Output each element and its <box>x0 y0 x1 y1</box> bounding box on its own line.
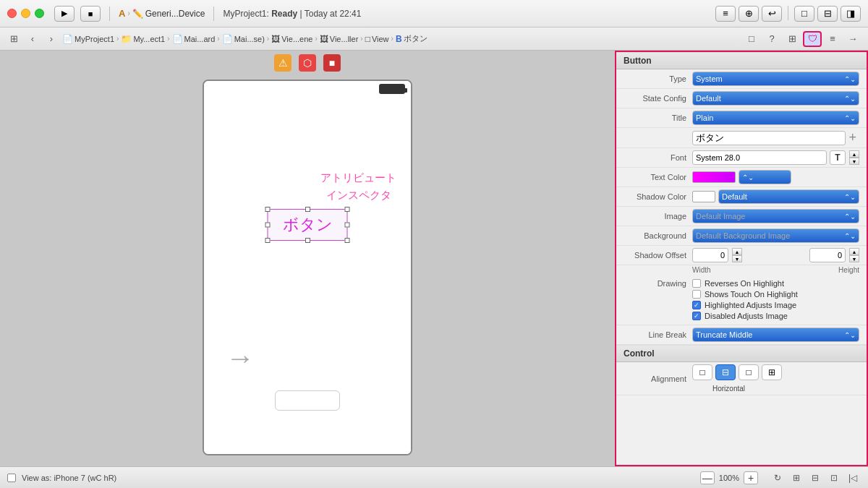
shadow-h-inc[interactable]: ▲ <box>849 248 859 255</box>
zoom-minus-btn[interactable]: — <box>700 471 715 484</box>
nav-forward-btn[interactable]: › <box>43 32 59 46</box>
title-select-arrow: ⌃⌄ <box>844 114 856 122</box>
background-select[interactable]: Default Background Image ⌃⌄ <box>692 228 859 243</box>
add-btn[interactable]: + <box>848 130 856 145</box>
canvas-small-button[interactable] <box>275 390 340 411</box>
text-color-select[interactable]: ⌃⌄ <box>739 170 791 184</box>
shadow-width-input[interactable]: 0 <box>692 248 728 262</box>
line-break-control: Truncate Middle ⌃⌄ <box>692 328 859 342</box>
project-device[interactable]: Generi...Device <box>145 9 205 19</box>
shadow-color-swatch[interactable] <box>692 191 715 202</box>
bc-maise[interactable]: 📄 Mai...se) <box>222 34 265 44</box>
align-fill-btn[interactable]: ⊞ <box>762 364 782 380</box>
bc-viewller[interactable]: 🖼 Vie...ller <box>320 34 359 44</box>
title-label: Title <box>624 114 692 122</box>
bc-maiboard[interactable]: 📄 Mai...ard <box>172 34 216 44</box>
status-checkbox[interactable] <box>7 474 16 482</box>
handle-tm[interactable] <box>305 207 310 212</box>
drawing-label: Drawing <box>624 278 692 288</box>
handle-mr[interactable] <box>345 223 350 228</box>
close-button[interactable] <box>7 9 17 18</box>
reverses-checkbox[interactable] <box>692 279 701 288</box>
status-bar: View as: iPhone 7 (wC hR) — 100% + ↻ ⊞ ⊟… <box>0 466 868 488</box>
zoom-value: 100% <box>719 474 739 482</box>
bc-viewene[interactable]: 🖼 Vie...ene <box>271 34 312 44</box>
title-style-select[interactable]: Plain ⌃⌄ <box>692 111 859 125</box>
state-config-select[interactable]: Default ⌃⌄ <box>692 91 859 106</box>
play-button[interactable]: ▶ <box>54 6 75 22</box>
bc-folder[interactable]: 📁 My...ect1 <box>121 34 165 44</box>
shows-touch-checkbox[interactable] <box>692 290 701 299</box>
view-icon: □ <box>365 34 370 44</box>
shadow-h-stepper[interactable]: ▲ ▼ <box>849 248 859 262</box>
text-color-swatch[interactable] <box>692 171 736 183</box>
shadow-height-input[interactable]: 0 <box>809 248 846 262</box>
timestamp: Today at 22:41 <box>305 9 362 19</box>
bc-view[interactable]: □ View <box>365 34 389 44</box>
scheme-breadcrumb: A › ✏️ Generi...Device <box>119 8 205 19</box>
square-icon-btn[interactable]: ■ <box>323 54 341 72</box>
standard-view-btn[interactable]: □ <box>794 6 814 22</box>
grid-status-btn[interactable]: ⊞ <box>788 471 804 484</box>
layout-btn[interactable]: |◁ <box>845 471 861 484</box>
main-content: ⚠ ⬡ ■ アトリビュート インスペクタ <box>0 51 868 466</box>
font-T-button[interactable]: T <box>830 150 846 165</box>
handle-bm[interactable] <box>305 238 310 243</box>
shadow-w-stepper[interactable]: ▲ ▼ <box>732 248 742 262</box>
bc-button[interactable]: B ボタン <box>396 33 427 44</box>
font-decrement[interactable]: ▼ <box>849 158 859 165</box>
size-btn[interactable]: ⊡ <box>826 471 842 484</box>
fit-btn[interactable]: ⊟ <box>807 471 823 484</box>
align-center-btn[interactable]: ⊟ <box>715 364 736 380</box>
handle-bl[interactable] <box>265 238 271 243</box>
editor-standard-btn[interactable]: ≡ <box>715 6 736 22</box>
disabled-checkbox[interactable]: ✓ <box>692 312 701 320</box>
button-title-input[interactable]: ボタン <box>692 131 846 145</box>
version-view-btn[interactable]: ◨ <box>841 6 861 22</box>
titlebar: ▶ ■ A › ✏️ Generi...Device MyProject1: R… <box>0 0 868 27</box>
nav-grid-btn[interactable]: ⊞ <box>6 32 22 46</box>
editor-version-btn[interactable]: ↩ <box>762 6 782 22</box>
stop-button[interactable]: ■ <box>80 6 101 22</box>
shows-touch-item: Shows Touch On Highlight <box>692 290 798 299</box>
image-select[interactable]: Default Image ⌃⌄ <box>692 209 859 223</box>
state-config-label: State Config <box>624 94 692 103</box>
maximize-button[interactable] <box>35 9 44 18</box>
bc-myproject[interactable]: 📄 MyProject1 <box>62 34 114 44</box>
shadow-color-select[interactable]: Default ⌃⌄ <box>718 189 859 204</box>
connections-inspector-btn[interactable]: → <box>843 31 862 47</box>
shadow-h-dec[interactable]: ▼ <box>849 255 859 262</box>
font-value[interactable]: System 28.0 <box>692 150 827 165</box>
handle-br[interactable] <box>345 238 350 243</box>
canvas-button-wrapper[interactable]: ボタン <box>268 209 348 241</box>
line-break-select[interactable]: Truncate Middle ⌃⌄ <box>692 328 859 342</box>
size-inspector-btn[interactable]: ≡ <box>823 31 842 47</box>
file-inspector-btn[interactable]: □ <box>742 31 761 47</box>
assistant-view-btn[interactable]: ⊟ <box>817 6 838 22</box>
align-left-btn[interactable]: □ <box>692 364 712 380</box>
highlighted-checkbox[interactable]: ✓ <box>692 301 701 309</box>
zoom-plus-btn[interactable]: + <box>744 471 758 484</box>
help-inspector-btn[interactable]: ? <box>762 31 781 47</box>
canvas-area[interactable]: ⚠ ⬡ ■ アトリビュート インスペクタ <box>0 51 615 466</box>
font-increment[interactable]: ▲ <box>849 150 859 158</box>
canvas-button[interactable]: ボタン <box>268 209 348 241</box>
type-select[interactable]: System ⌃⌄ <box>692 72 859 86</box>
handle-tr[interactable] <box>345 207 350 212</box>
font-stepper[interactable]: ▲ ▼ <box>849 150 859 165</box>
refresh-icon-btn[interactable]: ↻ <box>770 471 786 484</box>
editor-assistant-btn[interactable]: ⊕ <box>739 6 759 22</box>
type-row: Type System ⌃⌄ <box>616 69 867 89</box>
identity-inspector-btn[interactable]: ⊞ <box>783 31 801 47</box>
inspector-panel: Button Type System ⌃⌄ State Config Defau… <box>615 51 868 466</box>
attributes-inspector-btn[interactable]: 🛡 <box>803 31 822 47</box>
handle-ml[interactable] <box>265 223 271 228</box>
handle-tl[interactable] <box>265 207 271 212</box>
shadow-w-inc[interactable]: ▲ <box>732 248 742 255</box>
warning-icon-btn[interactable]: ⚠ <box>274 54 292 72</box>
nav-back-btn[interactable]: ‹ <box>25 32 41 46</box>
align-right-btn[interactable]: □ <box>739 364 759 380</box>
cube-icon-btn[interactable]: ⬡ <box>299 54 316 72</box>
minimize-button[interactable] <box>21 9 30 18</box>
shadow-w-dec[interactable]: ▼ <box>732 255 742 262</box>
